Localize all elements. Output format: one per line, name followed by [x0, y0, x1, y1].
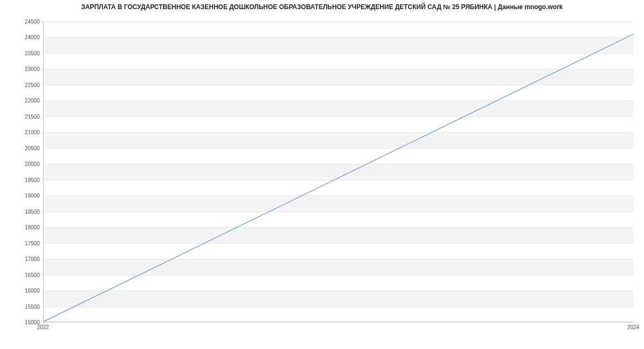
y-tick-label: 21000	[2, 129, 40, 135]
y-tick-label: 18500	[2, 208, 40, 214]
x-tick-label: 2024	[627, 324, 639, 330]
y-tick-label: 22500	[2, 82, 40, 88]
y-tick-label: 15500	[2, 303, 40, 309]
y-tick-label: 17500	[2, 240, 40, 246]
line-series	[43, 21, 633, 322]
y-tick-label: 23000	[2, 66, 40, 72]
y-tick-label: 22000	[2, 98, 40, 104]
series-line	[43, 34, 633, 322]
y-tick-label: 23500	[2, 50, 40, 56]
y-tick-label: 16000	[2, 288, 40, 294]
y-tick-label: 20000	[2, 161, 40, 167]
y-tick-label: 16500	[2, 272, 40, 278]
y-tick-label: 20500	[2, 145, 40, 151]
y-tick-label: 21500	[2, 113, 40, 119]
y-tick-label: 24000	[2, 34, 40, 40]
y-tick-label: 15000	[2, 319, 40, 325]
y-tick-label: 19500	[2, 177, 40, 183]
y-tick-label: 19000	[2, 193, 40, 199]
plot-area	[43, 21, 633, 322]
salary-line-chart: ЗАРПЛАТА В ГОСУДАРСТВЕННОЕ КАЗЕННОЕ ДОШК…	[0, 0, 644, 349]
chart-title: ЗАРПЛАТА В ГОСУДАРСТВЕННОЕ КАЗЕННОЕ ДОШК…	[0, 3, 644, 11]
y-tick-label: 17000	[2, 256, 40, 262]
y-tick-label: 18000	[2, 224, 40, 230]
x-tick-label: 2022	[37, 324, 49, 330]
y-gridline	[43, 322, 633, 323]
y-tick-label: 24500	[2, 19, 40, 25]
